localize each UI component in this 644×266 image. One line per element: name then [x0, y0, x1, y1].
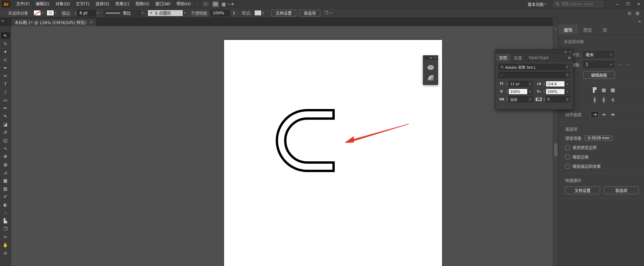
tab-opentype[interactable]: OpenType [525, 54, 552, 61]
stroke-swatch[interactable] [47, 10, 54, 16]
horizontal-scale-field[interactable]: 100% [546, 89, 565, 95]
checkbox-row[interactable]: 缩放边角 [565, 154, 639, 160]
arrange-documents-icon[interactable]: ▦ [222, 2, 226, 7]
vertical-scale-dropdown[interactable]: ▾ [528, 89, 533, 95]
artboard-nav-arrows[interactable]: ◂ ▸ [619, 63, 633, 66]
collapse-panel-icon[interactable]: ◂◂ [564, 51, 567, 53]
font-style-field[interactable]: - [498, 72, 565, 78]
gradient-panel-button[interactable] [423, 72, 438, 83]
snap-icon[interactable]: ╫ [591, 97, 599, 103]
close-tab-icon[interactable]: ✕ [90, 20, 93, 24]
document-tab[interactable]: 未标题-1* @ 126% (CMYK/GPU 预览) ✕ [11, 18, 97, 26]
chevron-down-icon[interactable]: ▾ [330, 11, 332, 14]
checkbox-row[interactable]: 缩放描边和效果 [565, 163, 639, 169]
horizontal-scale-dropdown[interactable]: ▾ [565, 89, 570, 95]
opacity-label[interactable]: 不透明度: [191, 10, 208, 16]
tool-width[interactable]: ∿ [1, 145, 10, 152]
tool-eraser[interactable]: ◪ [1, 121, 10, 127]
grid-icon[interactable]: ▛ [591, 87, 599, 93]
stepper[interactable]: ▴▾ [506, 97, 507, 101]
color-panel-button[interactable] [423, 62, 438, 72]
leading-field[interactable]: (14.4 [546, 81, 565, 87]
scrollbar-thumb[interactable] [554, 143, 557, 157]
checkbox[interactable] [565, 155, 570, 159]
chevron-down-icon[interactable]: ▾ [263, 11, 264, 14]
close-icon[interactable]: ✕ [434, 56, 436, 59]
close-panel-icon[interactable]: ✕ [569, 51, 571, 53]
stock-icon[interactable]: St [212, 1, 219, 7]
font-size-dropdown[interactable]: ▾ [528, 81, 533, 87]
tool-rotate[interactable]: ↺ [1, 129, 10, 136]
menubar-item[interactable]: 视图(V) [132, 0, 152, 8]
snap-icon[interactable]: ↯ [609, 97, 617, 103]
tool-gradient[interactable]: ▨ [1, 185, 10, 192]
font-family-field[interactable]: Adobe 宋体 Std L [498, 64, 565, 70]
tool-column-graph[interactable]: ▙ [1, 217, 10, 224]
stepper-down-icon[interactable]: ▾ [75, 13, 76, 15]
preferences-button[interactable]: 首选项 [300, 10, 320, 16]
tool-paintbrush[interactable]: ✏ [1, 105, 10, 111]
checkbox[interactable] [565, 164, 570, 169]
panel-grip[interactable]: ····· [2, 27, 8, 30]
align-icon[interactable]: ⇥ [591, 111, 599, 118]
restore-button[interactable]: ❐ [623, 0, 633, 8]
close-button[interactable]: ✕ [633, 0, 644, 8]
panel-menu-icon[interactable]: ≡ [566, 54, 573, 61]
opacity-expand-icon[interactable]: ❯ [232, 11, 235, 15]
tool-hand[interactable]: ✋ [1, 242, 10, 248]
chevron-down-icon[interactable]: ▾ [55, 11, 56, 14]
tool-artboard[interactable]: ❐ [1, 225, 10, 232]
menubar-item[interactable]: 帮助(H) [173, 0, 194, 8]
tool-pen[interactable]: ✒ [1, 64, 10, 71]
chevron-down-icon[interactable]: ▾ [228, 3, 229, 6]
brush-dropdown[interactable]: •5 点圆形 [148, 10, 183, 16]
font-family-dropdown[interactable]: ▾ [565, 64, 570, 70]
panel-list-icon[interactable]: ▤ [628, 11, 631, 15]
vertical-scale-field[interactable]: 100% [508, 89, 528, 95]
tab-libraries[interactable]: 库 [597, 24, 612, 35]
c-shape-artwork[interactable] [276, 109, 335, 172]
scroll-up-icon[interactable]: ▴ [553, 26, 558, 31]
tool-slice[interactable]: ✂ [1, 233, 10, 240]
stepper[interactable]: ▴▾ [544, 90, 545, 94]
tool-curvature[interactable]: ✑ [1, 72, 10, 79]
menubar-item[interactable]: 窗口(W) [152, 0, 173, 8]
tool-blend[interactable]: ◐ [1, 201, 10, 208]
arrange-windows-icon[interactable]: ❐ [324, 10, 328, 15]
tab-properties[interactable]: 属性 [558, 24, 578, 35]
menubar-item[interactable]: 效果(C) [112, 0, 132, 8]
tab-character[interactable]: 字符 [496, 54, 511, 61]
tool-scale[interactable]: ◱ [1, 137, 10, 144]
artboard-select[interactable]: 1▾ [583, 61, 614, 68]
grid-icon[interactable]: ▦ [600, 87, 608, 93]
checkbox[interactable] [565, 145, 570, 150]
stepper[interactable]: ▴▾ [506, 90, 507, 94]
menubar-item[interactable]: 编辑(E) [33, 0, 52, 8]
document-setup-button[interactable]: 文档设置 [565, 187, 600, 194]
chevron-down-icon[interactable]: ▾ [97, 11, 98, 14]
tool-perspective-grid[interactable]: ⊿ [1, 169, 10, 176]
bridge-icon[interactable]: Br [203, 1, 209, 7]
toolbar-collapse-icon[interactable]: ▸▸ [2, 19, 4, 22]
fill-swatch[interactable] [34, 10, 41, 16]
font-style-dropdown[interactable]: ▾ [565, 72, 570, 78]
align-icon[interactable]: ⇻ [609, 111, 617, 118]
minimize-button[interactable]: — [612, 0, 623, 8]
chevron-down-icon[interactable]: ▾ [184, 11, 185, 14]
tool-lasso[interactable]: ⊂ [1, 56, 10, 63]
tool-symbol-sprayer[interactable]: ∴ [1, 209, 10, 216]
search-input[interactable] [553, 1, 603, 7]
panel-grip[interactable]: ····· [1, 11, 5, 14]
tool-direct-selection[interactable]: ⇖ [1, 40, 10, 47]
tool-shaper[interactable]: ✎ [1, 113, 10, 119]
stroke-weight-label[interactable]: 描边: [62, 10, 71, 16]
font-size-field[interactable]: 12 pt [508, 81, 528, 87]
menubar-item[interactable]: 文字(T) [73, 0, 93, 8]
document-setup-button[interactable]: 文档设置 [271, 10, 296, 16]
tracking-dropdown[interactable]: ▾ [565, 96, 570, 102]
collapse-panel-icon[interactable]: ▸▸ [639, 20, 641, 23]
tab-paragraph[interactable]: 段落 [511, 54, 525, 61]
tool-mesh[interactable]: ▦ [1, 177, 10, 184]
tool-zoom[interactable]: ⊙ [1, 250, 10, 256]
tool-type[interactable]: T [1, 81, 10, 87]
